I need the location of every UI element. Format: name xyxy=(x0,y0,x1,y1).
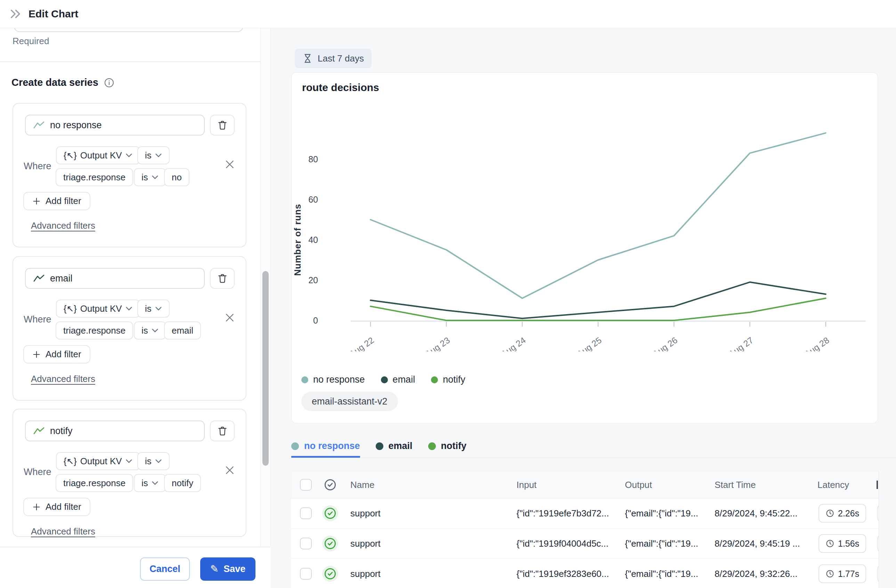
delete-series-button[interactable] xyxy=(210,420,235,441)
operator-select[interactable]: is xyxy=(137,146,170,165)
column-header-output: Output xyxy=(625,479,652,490)
pinned-column-overlay xyxy=(879,471,896,588)
remove-filter-button[interactable] xyxy=(225,160,234,169)
operator-select[interactable]: is xyxy=(137,452,170,470)
clock-icon xyxy=(826,569,835,578)
series-name-input[interactable] xyxy=(25,268,205,289)
section-title: Create data series xyxy=(11,77,114,88)
where-label: Where xyxy=(24,157,52,175)
delete-series-button[interactable] xyxy=(210,268,235,289)
hourglass-icon xyxy=(302,53,313,64)
collapse-panel-button[interactable] xyxy=(9,8,21,20)
add-filter-button[interactable]: Add filter xyxy=(23,345,90,364)
svg-text:80: 80 xyxy=(308,154,318,164)
series-name-input[interactable] xyxy=(25,420,205,441)
left-panel-footer: Cancel ✎ Save xyxy=(0,547,270,588)
key-select[interactable]: triage.response xyxy=(56,474,133,492)
advanced-filters-link[interactable]: Advanced filters xyxy=(31,373,95,384)
select-all-checkbox[interactable] xyxy=(300,479,312,491)
tab-no-response[interactable]: no response xyxy=(291,436,360,458)
series-name-input[interactable] xyxy=(25,115,205,136)
key-select[interactable]: triage.response xyxy=(56,168,133,186)
series-name-value[interactable] xyxy=(50,120,197,131)
row-checkbox[interactable] xyxy=(300,507,312,519)
series-card: Where {↖} Output KV is triage.response i… xyxy=(12,256,247,401)
trend-line-icon xyxy=(34,274,44,283)
advanced-filters-link[interactable]: Advanced filters xyxy=(31,526,95,537)
key-operator-select[interactable]: is xyxy=(134,474,166,492)
key-operator-select[interactable]: is xyxy=(134,168,166,186)
attribute-select[interactable]: {↖} Output KV xyxy=(56,452,140,470)
pencil-icon: ✎ xyxy=(210,564,219,574)
cell-start-time: 8/29/2024, 9:32:26... xyxy=(715,568,798,579)
cell-input: {"id":"1919efe7b3d72... xyxy=(517,508,609,519)
plus-icon xyxy=(32,350,41,359)
svg-text:60: 60 xyxy=(308,195,318,204)
series-card: Where {↖} Output KV is triage.response i… xyxy=(12,103,247,247)
table-header: Name Input Output Start Time Latency xyxy=(291,471,896,498)
table-row[interactable]: support {"id":"1919ef3283e60... {"email"… xyxy=(291,559,896,588)
legend-dot xyxy=(381,376,388,383)
chart-title: route decisions xyxy=(302,82,379,93)
trash-icon xyxy=(217,273,228,284)
advanced-filters-link[interactable]: Advanced filters xyxy=(31,220,95,231)
cell-output: {"email":{"id":"19... xyxy=(625,538,698,549)
scrollbar-thumb[interactable] xyxy=(262,271,269,466)
time-range-badge[interactable]: Last 7 days xyxy=(295,49,372,68)
cell-output: {"email":{"id":"19... xyxy=(625,568,698,579)
cell-output: {"email":{"id":"19... xyxy=(625,508,698,519)
series-name-value[interactable] xyxy=(50,426,197,436)
key-select[interactable]: triage.response xyxy=(56,321,133,340)
legend-dot xyxy=(301,376,308,383)
key-operator-select[interactable]: is xyxy=(134,321,166,340)
chevron-down-icon xyxy=(152,328,158,333)
kv-braces-icon: {↖} xyxy=(64,151,77,161)
cancel-button[interactable]: Cancel xyxy=(140,558,190,581)
value-chip[interactable]: email xyxy=(164,321,201,340)
series-tabs: no response email notify xyxy=(291,436,896,458)
column-header-latency: Latency xyxy=(817,479,849,490)
table-row[interactable]: support {"id":"1919f04004d5c... {"email"… xyxy=(291,529,896,559)
remove-filter-button[interactable] xyxy=(225,466,234,475)
value-chip[interactable]: no xyxy=(164,168,189,186)
row-checkbox[interactable] xyxy=(300,538,312,550)
project-tag: email-assistant-v2 xyxy=(301,391,398,411)
close-icon xyxy=(225,160,234,169)
operator-select[interactable]: is xyxy=(137,300,170,318)
chevron-down-icon xyxy=(155,306,162,311)
trash-icon xyxy=(217,120,228,131)
page: Edit Chart Required Create data series W… xyxy=(0,0,896,588)
where-label: Where xyxy=(24,463,52,481)
chevron-down-icon xyxy=(152,175,158,180)
row-checkbox[interactable] xyxy=(300,568,312,580)
series-card: Where {↖} Output KV is triage.response i… xyxy=(12,409,247,537)
kv-braces-icon: {↖} xyxy=(64,456,77,466)
svg-text:Aug 24: Aug 24 xyxy=(499,335,527,351)
delete-series-button[interactable] xyxy=(210,115,235,136)
where-label: Where xyxy=(24,310,52,328)
info-icon[interactable] xyxy=(104,78,114,88)
legend-item: no response xyxy=(301,374,365,385)
table-row[interactable]: support {"id":"1919efe7b3d72... {"email"… xyxy=(291,498,896,529)
attribute-select[interactable]: {↖} Output KV xyxy=(56,146,140,165)
remove-filter-button[interactable] xyxy=(225,313,234,322)
cell-input: {"id":"1919f04004d5c... xyxy=(517,538,609,549)
clock-icon xyxy=(826,509,835,518)
chevron-down-icon xyxy=(152,481,158,486)
run-status-icon xyxy=(322,566,338,582)
tab-notify[interactable]: notify xyxy=(428,436,467,458)
series-name-value[interactable] xyxy=(50,273,197,284)
latency-badge: 1.56s xyxy=(818,534,866,553)
tab-email[interactable]: email xyxy=(376,436,413,458)
attribute-select[interactable]: {↖} Output KV xyxy=(56,300,140,318)
run-status-icon xyxy=(322,536,338,551)
tab-dot xyxy=(428,442,436,450)
page-title: Edit Chart xyxy=(29,8,78,20)
svg-text:Aug 26: Aug 26 xyxy=(651,335,679,351)
double-chevron-right-icon xyxy=(9,8,21,20)
add-filter-button[interactable]: Add filter xyxy=(23,498,90,516)
scrollbar-track[interactable] xyxy=(260,28,271,547)
value-chip[interactable]: notify xyxy=(164,474,201,492)
save-button[interactable]: ✎ Save xyxy=(200,558,256,581)
add-filter-button[interactable]: Add filter xyxy=(23,192,90,210)
